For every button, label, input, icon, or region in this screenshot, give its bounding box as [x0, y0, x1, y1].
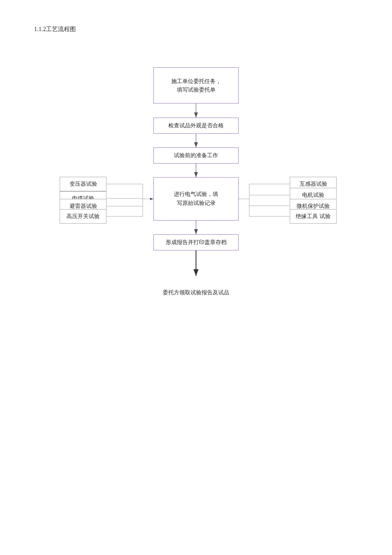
box-center-text: 进行电气试验，填写原始试验记录 [174, 190, 218, 208]
top-box-text: 施工单位委托任务，填写试验委托单 [171, 77, 221, 94]
flowchart-container: 施工单位委托任务，填写试验委托单 检查试品外观是否合格 试验前的准备工作 进行电… [47, 50, 345, 357]
left-box-4: 高压开关试验 [60, 209, 107, 224]
box-report-text: 形成报告并打印盖章存档 [166, 238, 227, 247]
left-box-4-text: 高压开关试验 [66, 212, 100, 221]
left-box-1-text: 变压器试验 [69, 180, 97, 188]
right-box-4-text: 绝缘工具 试验 [296, 212, 330, 221]
page: 1.1.2工艺流程图 [0, 0, 392, 555]
box-center: 进行电气试验，填写原始试验记录 [153, 177, 239, 221]
right-box-4: 绝缘工具 试验 [290, 209, 337, 224]
box-prepare-text: 试验前的准备工作 [174, 151, 218, 160]
section-title: 1.1.2工艺流程图 [34, 26, 358, 33]
right-box-2-text: 电机试验 [302, 191, 324, 199]
left-box-1: 变压器试验 [60, 177, 107, 191]
box-report: 形成报告并打印盖章存档 [153, 234, 239, 250]
box-check-text: 检查试品外观是否合格 [168, 121, 224, 130]
right-box-1-text: 互感器试验 [300, 180, 327, 188]
top-box: 施工单位委托任务，填写试验委托单 [153, 67, 239, 104]
box-prepare: 试验前的准备工作 [153, 147, 239, 164]
box-check: 检查试品外观是否合格 [153, 118, 239, 134]
